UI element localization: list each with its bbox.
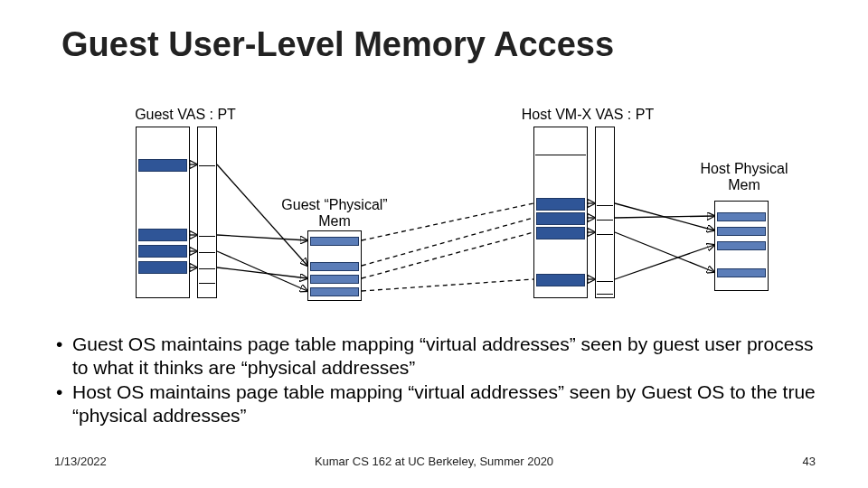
- host-phys-slot: [717, 268, 766, 277]
- label-host-vmx-pt: Host VM-X VAS : PT: [515, 107, 660, 123]
- label-guest-phys: Guest “Physical” Mem: [271, 197, 398, 230]
- bullet-text: Guest OS maintains page table mapping “v…: [72, 333, 832, 380]
- host-pt-column: [595, 127, 615, 298]
- footer-course: Kumar CS 162 at UC Berkeley, Summer 2020: [0, 455, 868, 468]
- page-title: Guest User-Level Memory Access: [61, 25, 614, 64]
- bullet-item: • Guest OS maintains page table mapping …: [56, 333, 832, 380]
- guest-pt-column: [197, 127, 217, 298]
- svg-line-11: [362, 279, 533, 291]
- guest-vas-column: [136, 127, 190, 298]
- label-host-phys: Host Physical Mem: [685, 161, 803, 194]
- guest-phys-slot: [310, 287, 359, 296]
- svg-line-10: [362, 232, 533, 278]
- host-vas-page: [536, 212, 585, 225]
- host-vas-page: [536, 274, 585, 286]
- host-phys-slot: [717, 212, 766, 221]
- guest-vas-page: [138, 229, 187, 241]
- guest-vas-page: [138, 159, 187, 172]
- slide: Guest User-Level Memory Access Guest VAS…: [0, 0, 868, 488]
- label-guest-vas-pt: Guest VAS : PT: [127, 107, 244, 123]
- host-vas-page: [536, 227, 585, 239]
- svg-line-6: [217, 251, 307, 291]
- guest-phys-slot: [310, 262, 359, 271]
- host-phys-slot: [717, 227, 766, 236]
- svg-line-5: [217, 235, 307, 240]
- bullet-item: • Host OS maintains page table mapping “…: [56, 380, 832, 428]
- guest-phys-mem: [307, 230, 362, 301]
- bullet-list: • Guest OS maintains page table mapping …: [56, 333, 832, 427]
- host-phys-slot: [717, 241, 766, 250]
- guest-vas-page: [138, 261, 187, 274]
- host-vas-page: [536, 198, 585, 211]
- svg-line-17: [615, 216, 714, 218]
- footer-page-number: 43: [803, 455, 816, 468]
- bullet-dot-icon: •: [56, 333, 72, 380]
- svg-line-7: [217, 267, 307, 278]
- host-phys-mem: [714, 201, 769, 291]
- svg-line-19: [615, 245, 714, 279]
- bullet-dot-icon: •: [56, 380, 72, 428]
- guest-phys-slot: [310, 275, 359, 284]
- svg-line-16: [615, 203, 714, 230]
- svg-line-18: [615, 232, 714, 272]
- host-vas-column: [533, 127, 588, 298]
- guest-phys-slot: [310, 237, 359, 246]
- guest-vas-page: [138, 245, 187, 258]
- bullet-text: Host OS maintains page table mapping “vi…: [72, 380, 832, 428]
